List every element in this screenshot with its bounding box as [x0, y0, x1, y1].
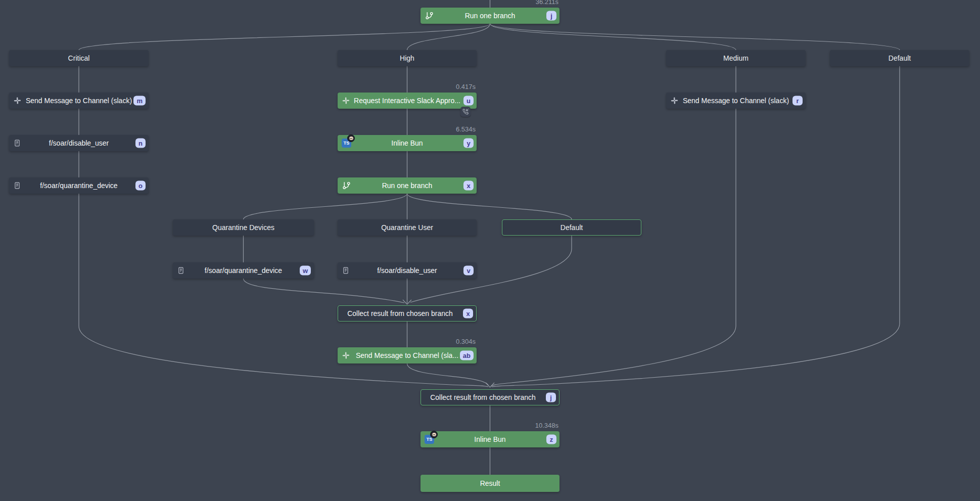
node-id-badge: v: [463, 266, 474, 276]
node-id-badge: m: [133, 96, 146, 106]
node-inline-bun-high[interactable]: 6.534s TS Inline Bun y: [338, 135, 477, 151]
node-label: Run one branch: [382, 181, 433, 190]
node-id-badge: x: [463, 309, 473, 318]
slack-icon: [14, 97, 21, 105]
node-id-badge: j: [546, 393, 556, 402]
script-icon: [14, 140, 21, 147]
node-label: Inline Bun: [474, 435, 505, 443]
branch-label: High: [400, 54, 414, 62]
node-id-badge: x: [463, 181, 474, 191]
slack-icon: [342, 352, 350, 359]
duration-label: 6.534s: [456, 125, 476, 133]
script-icon: [14, 182, 21, 189]
branch-label: Medium: [723, 54, 749, 62]
node-quarantine-device-critical[interactable]: f/soar/quarantine_device o: [9, 177, 149, 194]
node-id-badge: r: [792, 96, 803, 106]
node-label: Inline Bun: [391, 139, 423, 147]
node-label: f/soar/disable_user: [49, 139, 109, 147]
node-quarantine-device-sub[interactable]: f/soar/quarantine_device w: [173, 262, 314, 279]
branch-header-critical[interactable]: Critical: [9, 50, 149, 66]
flow-edges: [0, 0, 980, 501]
slack-icon: [342, 97, 350, 105]
branch-header-high[interactable]: High: [338, 50, 477, 66]
duration-label: 36.211s: [536, 0, 558, 6]
node-disable-user-sub[interactable]: f/soar/disable_user v: [338, 262, 477, 279]
node-result[interactable]: Result: [421, 475, 559, 492]
node-label: Run one branch: [465, 12, 516, 20]
duration-label: 10.348s: [535, 422, 558, 429]
branch-label: Critical: [68, 54, 90, 62]
git-branch-icon: [342, 181, 351, 190]
node-inline-bun-final[interactable]: 10.348s TS Inline Bun z: [421, 431, 559, 447]
bun-icon: [430, 431, 438, 438]
node-label: Request Interactive Slack Appro...: [354, 97, 460, 105]
branch-label: Quarantine User: [381, 223, 433, 232]
duration-label: 0.304s: [456, 338, 476, 345]
duration-label: 0.417s: [456, 83, 476, 90]
branch-label: Default: [889, 54, 911, 62]
node-label: Send Message to Channel (slack): [683, 97, 789, 105]
node-id-badge: ab: [460, 351, 474, 360]
script-icon: [177, 267, 184, 274]
slack-icon: [671, 97, 678, 105]
git-branch-icon: [425, 12, 434, 20]
node-label: Send Message to Channel (sla...: [356, 351, 458, 359]
node-label: Result: [480, 479, 500, 487]
branch-header-quarantine-devices[interactable]: Quarantine Devices: [173, 219, 314, 236]
branch-label: Default: [561, 223, 583, 232]
node-collect-result-inner[interactable]: Collect result from chosen branch x: [338, 305, 477, 322]
phone-incoming-icon: [460, 107, 471, 117]
node-label: Collect result from chosen branch: [430, 393, 536, 401]
bun-icon: [347, 134, 355, 142]
node-label: f/soar/quarantine_device: [40, 181, 117, 190]
flow-graph-canvas[interactable]: 36.211s Run one branch j Critical High M…: [0, 0, 980, 501]
node-id-badge: o: [135, 181, 146, 191]
node-id-badge: w: [300, 266, 311, 276]
node-run-one-branch-inner[interactable]: Run one branch x: [338, 177, 477, 194]
branch-header-quarantine-user[interactable]: Quarantine User: [338, 219, 477, 236]
ts-icon: TS: [425, 434, 438, 444]
ts-icon: TS: [342, 138, 355, 148]
node-request-slack-approval[interactable]: 0.417s Request Interactive Slack Appro..…: [338, 93, 477, 109]
node-run-one-branch-top[interactable]: 36.211s Run one branch j: [421, 8, 559, 24]
node-id-badge: u: [463, 96, 474, 106]
node-send-message-medium[interactable]: Send Message to Channel (slack) r: [666, 93, 806, 109]
branch-header-default-inner[interactable]: Default: [502, 219, 641, 236]
node-disable-user-critical[interactable]: f/soar/disable_user n: [9, 135, 149, 151]
node-send-message-high[interactable]: 0.304s Send Message to Channel (sla... a…: [338, 347, 477, 363]
script-icon: [342, 267, 349, 274]
node-label: Collect result from chosen branch: [347, 309, 453, 317]
branch-header-default[interactable]: Default: [830, 50, 969, 66]
branch-label: Quarantine Devices: [212, 223, 274, 232]
node-send-message-critical[interactable]: Send Message to Channel (slack) m: [9, 93, 149, 109]
node-id-badge: n: [135, 139, 146, 148]
node-id-badge: z: [546, 435, 556, 444]
node-label: f/soar/disable_user: [377, 266, 437, 275]
node-id-badge: y: [463, 139, 474, 148]
branch-header-medium[interactable]: Medium: [666, 50, 806, 66]
node-id-badge: j: [546, 11, 556, 21]
node-collect-result-outer[interactable]: Collect result from chosen branch j: [421, 389, 559, 405]
node-label: Send Message to Channel (slack): [26, 97, 132, 105]
node-label: f/soar/quarantine_device: [205, 266, 282, 275]
